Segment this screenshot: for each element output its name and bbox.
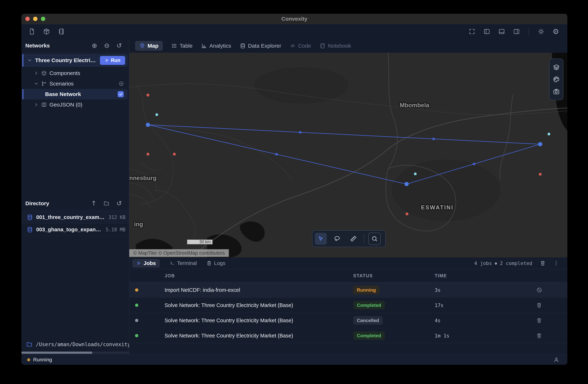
minimize-button[interactable]	[33, 17, 38, 21]
directory-panel-header: Directory ↑ ↺	[21, 197, 129, 210]
chevron-right-icon[interactable]	[34, 71, 39, 75]
map-search-button[interactable]	[368, 233, 381, 245]
tree-item-base-network[interactable]: Base Network	[22, 89, 128, 99]
tab-logs[interactable]: Logs	[207, 260, 225, 266]
job-status-dot	[135, 319, 138, 322]
up-directory-icon[interactable]: ↑	[91, 200, 97, 207]
ruler-icon	[350, 235, 357, 242]
map-label: Mbombela	[400, 102, 429, 109]
layers-icon[interactable]	[553, 64, 560, 71]
folder-icon[interactable]	[103, 200, 109, 206]
view-tab-bar: Map Table Analytics Data Explorer Code	[129, 39, 567, 53]
job-name: Solve Network: Three Country Electricity…	[165, 302, 293, 308]
clear-jobs-trash-icon[interactable]	[540, 260, 546, 266]
file-size: 312 KB	[108, 215, 126, 220]
branch-icon	[41, 81, 47, 86]
settings-gear-icon[interactable]: ⚙	[552, 28, 559, 35]
job-row[interactable]: Solve Network: Three Country Electricity…	[129, 328, 567, 343]
tab-data-explorer[interactable]: Data Explorer	[240, 43, 281, 49]
chevron-down-icon[interactable]	[34, 81, 39, 86]
column-header-status: STATUS	[353, 273, 373, 278]
map-view[interactable]: MbombelaESWATINInnesburging	[129, 53, 567, 257]
delete-job-trash-icon[interactable]	[536, 317, 542, 323]
tree-item-geojson[interactable]: GeoJSON (0)	[21, 99, 129, 110]
tab-terminal[interactable]: Terminal	[170, 260, 197, 266]
palette-icon[interactable]	[553, 76, 560, 83]
tab-analytics[interactable]: Analytics	[201, 43, 231, 49]
status-badge: Running	[353, 286, 379, 294]
play-icon	[105, 58, 109, 63]
scrollbar-thumb[interactable]	[21, 352, 92, 354]
theme-sun-icon[interactable]	[538, 28, 545, 35]
cancel-job-icon[interactable]	[536, 287, 542, 293]
add-scenario-icon[interactable]	[119, 81, 124, 86]
lasso-tool-button[interactable]	[331, 233, 343, 245]
map-scale-bar: 30 km	[187, 240, 213, 245]
jobs-completed-count: 2 completed	[500, 260, 532, 266]
package-icon[interactable]	[43, 28, 50, 35]
file-row[interactable]: 003_ghana_togo_expansion.db 5.18 MB	[21, 224, 129, 236]
delete-job-trash-icon[interactable]	[536, 333, 542, 339]
panel-left-icon[interactable]	[483, 28, 490, 35]
status-badge: Cancelled	[353, 316, 383, 325]
kebab-menu-icon[interactable]	[553, 260, 559, 266]
base-network-checkbox[interactable]	[118, 91, 124, 97]
map-icon	[41, 102, 47, 107]
map-toolbar-divider	[364, 234, 364, 244]
tab-map[interactable]: Map	[135, 41, 163, 51]
job-row[interactable]: Import NetCDF: india-from-excel Running …	[129, 282, 567, 298]
toolbar-left-group	[28, 28, 65, 35]
new-file-icon[interactable]	[28, 28, 35, 35]
camera-icon[interactable]	[553, 88, 560, 95]
file-row[interactable]: 001_three_country_example... 312 KB	[21, 211, 129, 224]
directory-path-bar[interactable]: /Users/aman/Downloads/convexity-ne	[21, 339, 129, 349]
panel-right-icon[interactable]	[513, 28, 520, 35]
panel-bottom-icon[interactable]	[498, 28, 505, 35]
tab-label: Jobs	[144, 260, 156, 266]
delete-job-trash-icon[interactable]	[536, 302, 542, 308]
job-time: 1m 1s	[435, 333, 449, 338]
play-icon	[136, 261, 141, 266]
job-name: Solve Network: Three Country Electricity…	[165, 333, 293, 339]
user-icon[interactable]	[553, 357, 559, 363]
tab-jobs[interactable]: Jobs	[132, 259, 160, 268]
directory-path: /Users/aman/Downloads/convexity-ne	[36, 341, 129, 347]
status-badge: Completed	[353, 331, 385, 340]
refresh-networks-icon[interactable]: ↺	[116, 42, 122, 49]
database-icon	[240, 43, 246, 49]
select-tool-button[interactable]	[315, 233, 327, 245]
terminal-icon	[170, 261, 175, 266]
networks-title: Networks	[25, 43, 92, 49]
tab-notebook[interactable]: Notebook	[320, 43, 351, 49]
map-labels: MbombelaESWATINInnesburging	[129, 53, 567, 257]
database-icon	[27, 226, 33, 233]
map-attribution: © MapTiler © OpenStreetMap contributors	[129, 249, 229, 257]
map-label: ESWATINI	[421, 204, 454, 211]
networks-panel-header: Networks ⊕ ⊖ ↺	[21, 39, 129, 52]
close-button[interactable]	[25, 17, 30, 21]
jobs-tab-bar: Jobs Terminal Logs 4 jobs	[129, 257, 567, 269]
add-network-icon[interactable]: ⊕	[92, 42, 97, 49]
refresh-directory-icon[interactable]: ↺	[116, 200, 122, 207]
chevron-right-icon[interactable]	[34, 102, 39, 107]
measure-tool-button[interactable]	[347, 233, 359, 245]
journal-icon[interactable]	[58, 28, 65, 35]
job-row[interactable]: Solve Network: Three Country Electricity…	[129, 313, 567, 328]
remove-network-icon[interactable]: ⊖	[104, 42, 109, 49]
horizontal-scrollbar[interactable]	[21, 352, 129, 354]
tree-item-network-root[interactable]: Three Country Electricit... Run	[22, 54, 128, 67]
network-tree: Three Country Electricit... Run Componen…	[21, 54, 129, 110]
database-icon	[27, 214, 33, 221]
job-row[interactable]: Solve Network: Three Country Electricity…	[129, 298, 567, 313]
tab-code[interactable]: Code	[290, 43, 311, 49]
fullscreen-icon[interactable]	[468, 28, 475, 35]
tree-item-scenarios[interactable]: Scenarios	[21, 78, 129, 89]
tab-table[interactable]: Table	[171, 43, 193, 49]
run-button[interactable]: Run	[100, 56, 125, 65]
tree-item-components[interactable]: Components	[21, 68, 129, 78]
tab-label: Notebook	[328, 43, 351, 49]
chevron-down-icon[interactable]	[27, 58, 32, 63]
zoom-button[interactable]	[41, 17, 45, 21]
job-time: 17s	[435, 302, 443, 308]
directory-title: Directory	[25, 200, 91, 206]
